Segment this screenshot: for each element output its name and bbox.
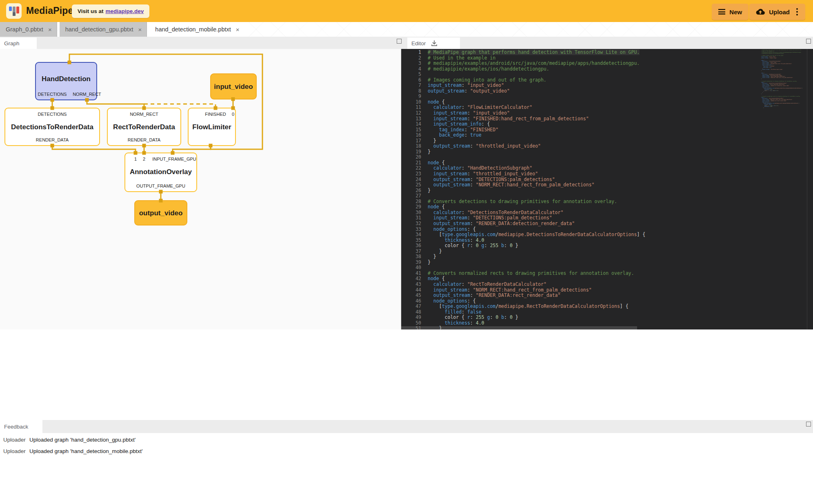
download-icon[interactable] [431,40,438,47]
feedback-source: Uploader [3,448,29,454]
graph-port-label: RENDER_DATA [36,137,69,142]
editor-line[interactable]: 28# Converts detections to drawing primi… [401,199,645,205]
graph-port-label: NORM_RECT [130,112,158,117]
editor-line[interactable]: 36 color { r: 0 g: 255 b: 0 } [401,243,645,249]
editor-line[interactable]: 14 input_stream_info: { [401,122,645,127]
editor-line[interactable]: 35 thickness: 4.0 [401,238,645,243]
editor-line[interactable]: 2# Used in the example in [401,55,645,61]
editor-code-area[interactable]: 1# MediaPipe graph that performs hand de… [401,50,645,330]
editor-line[interactable]: 33 node_options: { [401,227,645,232]
graph-edge-connector-dot [159,199,163,203]
editor-line[interactable]: 17 } [401,138,645,144]
graph-node-output_video[interactable]: output_video [135,201,187,225]
editor-line[interactable]: 4# mediapipie/examples/ios/handdetection… [401,66,645,72]
editor-line[interactable]: 49 color { r: 255 g: 0 b: 0 } [401,315,645,321]
editor-line[interactable]: 32 output_stream: "RENDER_DATA:detection… [401,221,645,227]
mediapipe-dev-link[interactable]: mediapipe.dev [106,8,144,14]
editor-line[interactable]: 11 calculator: "FlowLimiterCalculator" [401,105,645,111]
editor-line[interactable]: 31 input_stream: "DETECTIONS:palm_detect… [401,215,645,221]
editor-line[interactable]: 42node { [401,276,645,282]
close-tab-icon[interactable]: × [235,27,240,33]
editor-line[interactable]: 26} [401,188,645,194]
editor-line[interactable]: 23 input_stream: "throttled_input_video" [401,171,645,177]
feedback-log: UploaderUploaded graph 'hand_detection_g… [0,433,813,504]
editor-line[interactable]: 45 output_stream: "RENDER_DATA:rect_rend… [401,293,645,298]
editor-line[interactable]: 41# Converts normalized rects to drawing… [401,271,645,276]
editor-line[interactable]: 40 [401,265,645,271]
editor-line[interactable]: 16 back_edge: true [401,133,645,138]
editor-line[interactable]: 29node { [401,204,645,210]
editor-line[interactable]: 8output_stream: "output_video" [401,88,645,94]
graph-port-label: 2 [143,157,145,161]
editor-line[interactable]: 30 calculator: "DetectionsToRenderDataCa… [401,210,645,216]
graph-node-input_video[interactable]: input_video [211,74,256,99]
graph-node-DetectionsToRenderData[interactable]: DetectionsToRenderDataDETECTIONSRENDER_D… [5,108,100,146]
expand-graph-panel-icon[interactable] [397,39,402,44]
editor-line[interactable]: 39} [401,260,645,265]
editor-line[interactable]: 19} [401,149,645,155]
feedback-message: Uploaded graph 'hand_detection_mobile.pb… [29,448,143,454]
file-tab-label: hand_detection_gpu.pbtxt [65,26,133,33]
close-tab-icon[interactable]: × [47,27,53,33]
file-tab-3[interactable]: hand_detection_mobile.pbtxt× [149,22,244,37]
editor-line[interactable]: 25 output_stream: "NORM_RECT:hand_rect_f… [401,182,645,188]
file-tab-1[interactable]: Graph_0.pbtxt× [0,22,57,37]
graph-node-FlowLimiter[interactable]: FlowLimiterFINISHED0 [188,108,235,146]
editor-line[interactable]: 44 input_stream: "NORM_RECT:hand_rect_fr… [401,287,645,293]
editor-line[interactable]: 18 output_stream: "throttled_input_video… [401,144,645,149]
new-button[interactable]: New [712,4,749,20]
code-editor[interactable]: 1# MediaPipe graph that performs hand de… [401,49,813,330]
editor-line[interactable]: 20 [401,155,645,160]
editor-line[interactable]: 9 [401,94,645,99]
graph-edge-connector-dot [142,144,146,148]
graph-edge-connector-dot [51,98,54,102]
editor-line[interactable]: 10node { [401,99,645,105]
visit-us-label: Visit us at [78,8,104,14]
editor-line[interactable]: 27 [401,193,645,199]
graph-node-RectToRenderData[interactable]: RectToRenderDataNORM_RECTRENDER_DATA [107,108,181,146]
graph-canvas[interactable]: HandDetectionDETECTIONSNORM_RECTinput_vi… [0,49,400,329]
editor-line[interactable]: 47 [type.googleapis.com/mediapipe.RectTo… [401,304,645,309]
graph-edge-connector-dot [214,106,218,110]
editor-line[interactable]: 37 } [401,249,645,254]
editor-line[interactable]: 50 thickness: 4.0 [401,321,645,326]
editor-line[interactable]: 13 input_stream: "FINISHED:hand_rect_fro… [401,116,645,122]
editor-line[interactable]: 22 calculator: "HandDetectionSubgraph" [401,166,645,171]
tab-editor[interactable]: Editor [407,38,460,49]
upload-button[interactable]: Upload [749,4,805,20]
expand-feedback-panel-icon[interactable] [806,422,811,427]
editor-line[interactable]: 43 calculator: "RectToRenderDataCalculat… [401,282,645,287]
editor-line[interactable]: 3# mediapipie/examples/android/src/java/… [401,61,645,66]
graph-edge-normrect-backedge-to-flowlimiter [144,104,215,108]
close-tab-icon[interactable]: × [138,27,143,33]
graph-node-AnnotationOverlay[interactable]: AnnotationOverlay12INPUT_FRAME_GPUOUTPUT… [125,153,197,192]
graph-edge-connector-dot [231,97,235,101]
feedback-message: Uploaded graph 'hand_detection_gpu.pbtxt… [29,437,136,443]
editor-line[interactable]: 24 output_stream: "DETECTIONS:palm_detec… [401,177,645,183]
editor-line[interactable]: 15 tag_index: "FINISHED" [401,127,645,133]
editor-line[interactable]: 34 [type.googleapis.com/mediapipe.Detect… [401,232,645,238]
editor-line[interactable]: 6# Images coming into and out of the gra… [401,77,645,83]
editor-line[interactable]: 7input_stream: "input_video" [401,83,645,88]
file-tab-2[interactable]: hand_detection_gpu.pbtxt× [60,22,147,37]
kebab-menu-icon[interactable] [795,7,799,16]
editor-line[interactable]: 46 node_options: { [401,298,645,304]
tab-graph[interactable]: Graph [0,38,37,49]
editor-line[interactable]: 5 [401,72,645,77]
editor-line[interactable]: 21node { [401,160,645,166]
graph-edge-connector-dot [171,151,175,155]
editor-line[interactable]: 48 filled: false [401,309,645,315]
editor-minimap[interactable]: # MediaPipe graph that performs hand det… [761,50,807,109]
expand-editor-panel-icon[interactable] [806,39,811,44]
graph-edge-connector-dot [142,151,146,155]
graph-port-label: FINISHED [205,112,226,117]
tab-feedback[interactable]: Feedback [0,420,42,433]
graph-edge-connector-dot [85,98,89,102]
graph-edge-connector-dot [159,190,163,194]
file-tabs: Graph_0.pbtxt×hand_detection_gpu.pbtxt×h… [0,22,813,37]
visit-us-pill: Visit us at mediapipe.dev [72,4,149,18]
editor-line[interactable]: 12 input_stream: "input_video" [401,111,645,116]
editor-line[interactable]: 1# MediaPipe graph that performs hand de… [401,50,645,55]
graph-node-HandDetection[interactable]: HandDetectionDETECTIONSNORM_RECT [36,62,101,100]
editor-line[interactable]: 38 } [401,254,645,260]
